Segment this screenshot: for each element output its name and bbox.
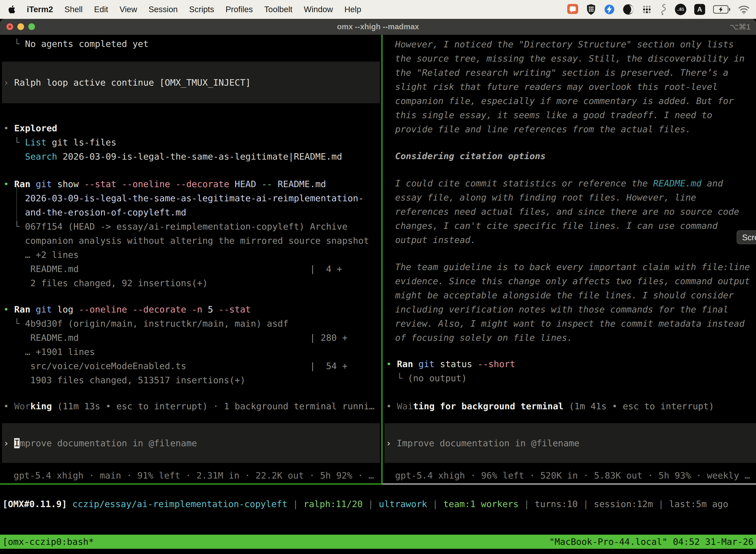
menu-shell[interactable]: Shell — [64, 5, 82, 14]
reasoning-para1-line2: the source tree, missing the essay. Stil… — [395, 51, 745, 65]
inject-input-box[interactable]: › Ralph loop active continue [OMX_TMUX_I… — [2, 62, 380, 103]
left-model-status-line: gpt-5.4 xhigh · main · 91% left · 2.31M … — [14, 468, 374, 483]
menu-iterm2[interactable]: iTerm2 — [27, 5, 53, 14]
reasoning-para3-line4: including verification notes with those … — [395, 302, 729, 317]
menu-status-icons: ..61 A — [567, 4, 756, 15]
git-show-arg-wrap2: and-the-erosion-of-copyleft.md — [3, 205, 186, 219]
menu-edit[interactable]: Edit — [94, 5, 108, 14]
git-log-command: • Ran git log --oneline --decorate -n 5 … — [3, 302, 251, 317]
tmux-status-bar: [omx-cczip0:bash* "MacBook-Pro-44.local"… — [0, 535, 756, 549]
git-status-output: └ (no output) — [386, 371, 467, 385]
waiting-status-line: • Waiting for background terminal (1m 41… — [386, 399, 714, 413]
shield-grid-icon[interactable] — [586, 4, 596, 15]
git-show-command: • Ran git show --stat --oneline --decora… — [3, 177, 326, 191]
battery-icon[interactable] — [713, 5, 730, 14]
reasoning-para1-line5: companion file, especially if more comme… — [395, 94, 734, 108]
right-model-status-line: gpt-5.4 xhigh · 96% left · 520K in · 5.8… — [395, 468, 750, 483]
reasoning-para2-line3: references need actual files, and since … — [395, 205, 739, 219]
git-show-output-1: └ 067f154 (HEAD -> essay/ai-reimplementa… — [3, 219, 348, 233]
menu-view[interactable]: View — [120, 5, 137, 14]
git-show-arg-wrap1: 2026-03-09-is-legal-the-same-as-legitima… — [3, 191, 364, 205]
input-source-badge[interactable]: A — [694, 4, 705, 15]
left-pane-border — [0, 484, 381, 485]
tmux-host-clock: "MacBook-Pro-44.local" 04:52 31-Mar-26 — [549, 535, 754, 549]
reasoning-para2-line4: changes, I can't cite specific file line… — [395, 219, 717, 233]
terminal-content: └ No agents completed yet › Ralph loop a… — [0, 35, 756, 554]
reasoning-para3-line5: review. Also, I might want to inspect th… — [395, 317, 745, 331]
menu-toolbelt[interactable]: Toolbelt — [264, 5, 293, 14]
menu-items: iTerm2 Shell Edit View Session Scripts P… — [0, 5, 361, 14]
screen-tooltip: Scre — [737, 230, 756, 244]
macos-menu-bar: iTerm2 Shell Edit View Session Scripts P… — [0, 0, 756, 19]
reasoning-para3-line3: might be acceptable alongside the file l… — [395, 288, 734, 302]
reasoning-para2-line1: I could cite commit statistics or refere… — [395, 176, 723, 190]
right-prompt-input[interactable]: › Improve documentation in @filename — [384, 423, 756, 463]
window-title-bar: omx --xhigh --madmax ⌥⌘1 — [0, 19, 756, 35]
wifi-icon[interactable] — [738, 5, 750, 14]
reasoning-heading: Considering citation options — [395, 149, 546, 163]
omx-status-bar: [OMX#0.11.9] cczip/essay/ai-reimplementa… — [2, 497, 728, 511]
reasoning-para1-line1: However, I noticed the "Directory Struct… — [395, 37, 734, 51]
crescent-icon[interactable] — [623, 4, 634, 15]
reasoning-para3-line6: of focusing solely on file lines. — [395, 331, 572, 345]
squiggle-icon[interactable] — [660, 4, 667, 15]
explored-list-line: └ List git ls-files — [3, 135, 116, 150]
left-prompt-input[interactable]: › Improve documentation in @filename — [2, 423, 380, 463]
reasoning-para1-line4: slight risk that future readers may over… — [395, 80, 717, 94]
explored-search-line: Search 2026-03-09-is-legal-the-same-as-l… — [3, 150, 342, 164]
menu-help[interactable]: Help — [344, 5, 361, 14]
reasoning-para1-line3: the "Related research writing" section i… — [395, 65, 729, 80]
inject-text: › Ralph loop active continue [OMX_TMUX_I… — [3, 75, 251, 90]
menu-window[interactable]: Window — [304, 5, 333, 14]
explored-header: • Explored — [3, 121, 57, 135]
pane-divider[interactable] — [381, 35, 382, 485]
text-cursor: I — [14, 438, 19, 448]
git-log-output-4: src/voice/voiceModeEnabled.ts | 54 + — [3, 359, 348, 373]
reasoning-para3-line2: evidence. Since this change only affects… — [395, 274, 750, 288]
dots-grid-icon[interactable] — [642, 4, 652, 15]
apple-icon[interactable] — [8, 5, 15, 14]
bolt-badge-icon[interactable] — [604, 4, 615, 15]
reasoning-para1-line6: this single essay, it seems like a good … — [395, 108, 712, 122]
reasoning-para2-line2: essay file, along with finding root file… — [395, 190, 696, 205]
tmux-session-label[interactable]: [omx-cczip0:bash* — [2, 535, 94, 549]
right-pane-border — [382, 484, 756, 485]
git-log-output-3: … +1901 lines — [3, 345, 95, 359]
menu-session[interactable]: Session — [148, 5, 178, 14]
reasoning-para1-line7: provide file and line references from th… — [395, 122, 691, 136]
git-show-output-5: 2 files changed, 92 insertions(+) — [3, 276, 208, 290]
git-show-output-4: README.md | 4 + — [3, 262, 342, 276]
git-show-output-3: … +2 lines — [3, 248, 79, 262]
menu-scripts[interactable]: Scripts — [189, 5, 214, 14]
git-status-command: • Ran git status --short — [386, 357, 515, 371]
left-prompt-text: › Improve documentation in @filename — [3, 436, 197, 450]
window-title: omx --xhigh --madmax — [0, 19, 756, 35]
git-show-output-2: companion analysis without altering the … — [3, 233, 369, 248]
working-status-line: • Working (11m 13s • esc to interrupt) ·… — [3, 399, 375, 413]
reasoning-para2-line5: output instead. — [395, 233, 476, 247]
window-shortcut: ⌥⌘1 — [730, 19, 751, 35]
reasoning-para3-line1: The team guideline is to back every impo… — [395, 260, 750, 274]
git-log-output-2: README.md | 280 + — [3, 331, 348, 345]
messages-icon[interactable] — [567, 4, 578, 15]
battery-percent-badge[interactable]: ..61 — [675, 4, 686, 15]
agents-status-line: └ No agents completed yet — [3, 37, 148, 51]
right-prompt-text: › Improve documentation in @filename — [386, 436, 579, 450]
menu-profiles[interactable]: Profiles — [226, 5, 253, 14]
git-log-output-1: └ 4b9d30f (origin/main, instructkr/main,… — [3, 317, 289, 331]
git-log-output-5: 1903 files changed, 513517 insertions(+) — [3, 373, 245, 387]
